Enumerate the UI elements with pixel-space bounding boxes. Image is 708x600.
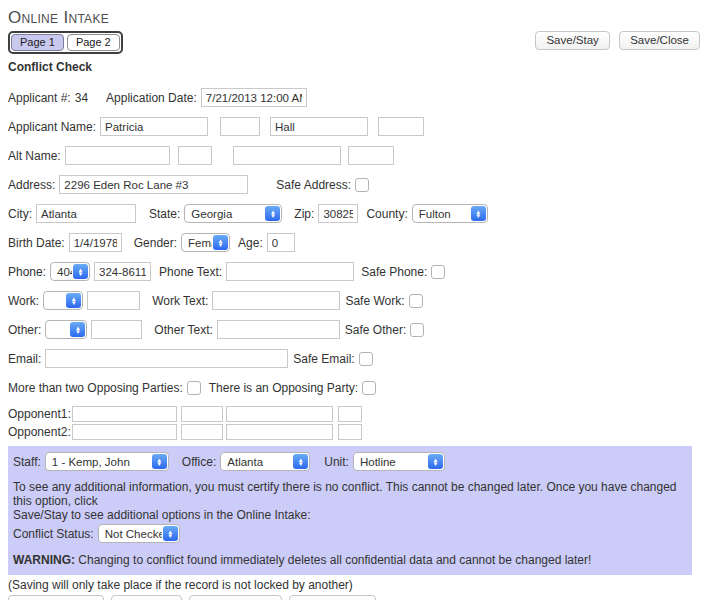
conflict-warning-text: Changing to conflict found immediately d… — [75, 553, 591, 567]
safe-work-checkbox[interactable] — [409, 294, 423, 308]
city-label: City: — [8, 207, 32, 221]
certify-instructions: To see any additional information, you m… — [13, 480, 684, 522]
stepper-icon: ▲▼ — [73, 264, 88, 279]
birth-date-input[interactable] — [69, 233, 122, 252]
opposing-parties-row: More than two Opposing Parties: There is… — [8, 378, 700, 397]
conflict-warning: WARNING: Changing to conflict found imme… — [13, 553, 684, 567]
office-select[interactable]: Atlanta ▲▼ — [220, 452, 310, 471]
phone-text-input[interactable] — [226, 262, 354, 281]
work-number-input[interactable] — [87, 291, 140, 310]
opponent2-middle-input[interactable] — [181, 424, 223, 440]
opponent2-suffix-input[interactable] — [338, 424, 362, 440]
state-label: State: — [149, 207, 180, 221]
birth-date-label: Birth Date: — [8, 236, 65, 250]
add-calendar-button[interactable]: Add Calendar — [189, 595, 281, 600]
other-text-input[interactable] — [217, 320, 340, 339]
stepper-icon: ▲▼ — [66, 293, 81, 308]
zip-input[interactable] — [318, 204, 358, 223]
tab-page-2[interactable]: Page 2 — [67, 34, 120, 51]
applicant-last-name-input[interactable] — [270, 117, 368, 136]
stepper-icon: ▲▼ — [293, 454, 308, 469]
city-input[interactable] — [36, 204, 136, 223]
safe-work-label: Safe Work: — [345, 294, 404, 308]
gender-select-value: Fema — [182, 237, 212, 249]
safe-phone-label: Safe Phone: — [361, 265, 427, 279]
add-time-button[interactable]: Add Time — [111, 595, 182, 600]
alt-last-name-input[interactable] — [233, 146, 341, 165]
page-tabs: Page 1 Page 2 — [8, 31, 123, 54]
unit-select[interactable]: Hotline ▲▼ — [353, 452, 445, 471]
save-stay-button[interactable]: Save/Stay — [535, 31, 609, 50]
work-label: Work: — [8, 294, 39, 308]
stepper-icon: ▲▼ — [163, 526, 178, 541]
safe-email-checkbox[interactable] — [359, 352, 373, 366]
applicant-suffix-input[interactable] — [378, 117, 424, 136]
phone-label: Phone: — [8, 265, 46, 279]
safe-other-checkbox[interactable] — [410, 323, 424, 337]
opponent2-last-input[interactable] — [226, 424, 333, 440]
safe-other-label: Safe Other: — [345, 323, 406, 337]
applicant-name-row: Applicant Name: — [8, 117, 700, 136]
state-select-value: Georgia — [185, 208, 264, 220]
certify-instructions-line2: Save/Stay to see additional options in t… — [13, 508, 684, 522]
age-input[interactable] — [267, 233, 295, 252]
form-letters-button[interactable]: Form Letters — [289, 595, 376, 600]
application-date-label: Application Date: — [106, 91, 197, 105]
zip-label: Zip: — [294, 207, 314, 221]
applicant-first-name-input[interactable] — [100, 117, 208, 136]
alt-first-name-input[interactable] — [65, 146, 170, 165]
staff-select[interactable]: 1 - Kemp, John ▲▼ — [45, 452, 169, 471]
opponent1-first-input[interactable] — [72, 406, 177, 422]
conflict-certification-box: Staff: 1 - Kemp, John ▲▼ Office: Atlanta… — [8, 446, 692, 575]
conflict-status-select[interactable]: Not Checked ▲▼ — [98, 524, 180, 543]
conflict-status-label: Conflict Status: — [13, 527, 94, 541]
state-select[interactable]: Georgia ▲▼ — [184, 204, 282, 223]
gender-select[interactable]: Fema ▲▼ — [181, 233, 230, 252]
header-actions: Save/Stay Save/Close — [529, 31, 700, 50]
work-row: Work: ▲▼ Work Text: Safe Work: — [8, 291, 700, 310]
conflict-warning-bold: WARNING: — [13, 553, 75, 567]
action-buttons-row: Conflict Check Add Time Add Calendar For… — [8, 595, 700, 600]
stepper-icon: ▲▼ — [213, 235, 228, 250]
phone-area-select[interactable]: 404 ▲▼ — [50, 262, 90, 281]
page-title: Online Intake — [8, 8, 700, 28]
save-close-button[interactable]: Save/Close — [619, 31, 700, 50]
applicant-middle-name-input[interactable] — [220, 117, 260, 136]
email-input[interactable] — [45, 349, 288, 368]
work-area-select[interactable]: ▲▼ — [43, 291, 83, 310]
conflict-status-select-value: Not Checked — [99, 528, 162, 540]
tab-page-1[interactable]: Page 1 — [11, 34, 64, 51]
county-select[interactable]: Fulton ▲▼ — [412, 204, 488, 223]
stepper-icon: ▲▼ — [428, 454, 443, 469]
age-label: Age: — [238, 236, 263, 250]
opponent1-suffix-input[interactable] — [338, 406, 362, 422]
alt-middle-name-input[interactable] — [178, 146, 212, 165]
alt-suffix-input[interactable] — [348, 146, 394, 165]
application-date-input[interactable] — [201, 88, 307, 107]
other-text-label: Other Text: — [154, 323, 212, 337]
certify-instructions-line1: To see any additional information, you m… — [13, 480, 684, 508]
safe-address-label: Safe Address: — [276, 178, 351, 192]
opposing-party-exists-checkbox[interactable] — [362, 381, 376, 395]
phone-row: Phone: 404 ▲▼ Phone Text: Safe Phone: — [8, 262, 700, 281]
saving-note: (Saving will only take place if the reco… — [8, 578, 700, 592]
opponent1-middle-input[interactable] — [181, 406, 223, 422]
unit-label: Unit: — [324, 455, 349, 469]
phone-text-label: Phone Text: — [159, 265, 222, 279]
phone-area-select-value: 404 — [51, 266, 72, 278]
more-than-two-opposing-checkbox[interactable] — [187, 381, 201, 395]
section-heading-conflict-check: Conflict Check — [8, 60, 700, 74]
work-text-input[interactable] — [212, 291, 340, 310]
opponent1-last-input[interactable] — [226, 406, 333, 422]
opponent2-first-input[interactable] — [72, 424, 177, 440]
conflict-check-button[interactable]: Conflict Check — [8, 595, 104, 600]
other-area-select[interactable]: ▲▼ — [45, 320, 87, 339]
address-input[interactable] — [59, 175, 248, 194]
safe-phone-checkbox[interactable] — [431, 265, 445, 279]
safe-address-checkbox[interactable] — [355, 178, 369, 192]
header-row: Page 1 Page 2 Save/Stay Save/Close — [8, 31, 700, 54]
phone-number-input[interactable] — [94, 262, 151, 281]
applicant-number-row: Applicant #: 34 Application Date: — [8, 88, 700, 107]
other-number-input[interactable] — [91, 320, 142, 339]
office-select-value: Atlanta — [221, 456, 292, 468]
